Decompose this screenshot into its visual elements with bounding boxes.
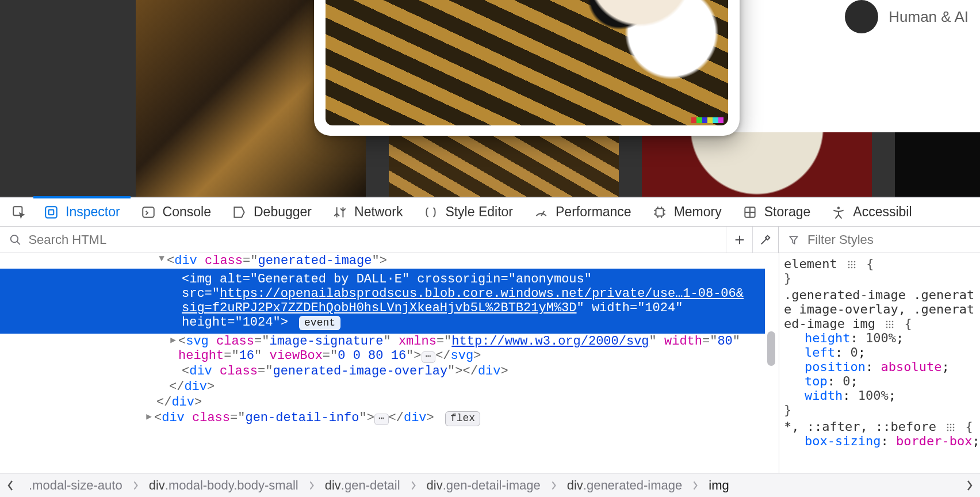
- twisty-closed-icon[interactable]: ▶: [168, 334, 178, 346]
- dom-node[interactable]: </div>: [0, 395, 765, 410]
- tab-label: Performance: [556, 204, 631, 220]
- breadcrumb-item[interactable]: div.modal-body.body-small: [141, 473, 307, 497]
- filter-styles-box: [779, 227, 980, 253]
- css-rule[interactable]: element { }: [784, 257, 975, 285]
- tab-memory[interactable]: Memory: [642, 198, 732, 226]
- console-icon: [141, 205, 156, 220]
- search-icon: [9, 234, 21, 246]
- breadcrumb-prev-button[interactable]: [0, 473, 21, 497]
- accessibility-icon: [831, 205, 846, 220]
- css-rule[interactable]: *, ::after, ::before { box-sizing: borde…: [784, 419, 975, 448]
- styles-pane[interactable]: element { } .generated-image .generate i…: [779, 253, 980, 473]
- css-rule[interactable]: .generated-image .generate image-overlay…: [784, 288, 975, 417]
- breadcrumb-item[interactable]: .modal-size-auto: [21, 473, 131, 497]
- dom-node[interactable]: <div class="generated-image-overlay"></d…: [0, 364, 765, 379]
- avatar[interactable]: [845, 0, 878, 33]
- performance-icon: [534, 205, 549, 220]
- tab-label: Debugger: [254, 204, 312, 220]
- filter-styles-input[interactable]: [806, 232, 980, 248]
- dom-node[interactable]: ▼ <div class="generated-image">: [0, 253, 765, 269]
- inspector-panes: ▼ <div class="generated-image"> <img alt…: [0, 253, 980, 473]
- devtools-panel: Inspector Console Debugger Network Style…: [0, 197, 980, 497]
- tab-label: Storage: [764, 204, 811, 220]
- inspector-search-row: [0, 227, 980, 253]
- network-icon: [332, 205, 347, 220]
- svg-point-7: [11, 235, 18, 242]
- tab-console[interactable]: Console: [131, 198, 221, 226]
- tab-label: Memory: [674, 204, 722, 220]
- event-badge[interactable]: event: [299, 316, 340, 330]
- memory-icon: [652, 205, 667, 220]
- tab-storage[interactable]: Storage: [732, 198, 821, 226]
- eyedropper-button[interactable]: [752, 227, 779, 253]
- svg-rect-1: [45, 207, 57, 218]
- breadcrumb-item[interactable]: div.generated-image: [559, 473, 691, 497]
- dom-node[interactable]: ▶ <svg class="image-signature" xmlns="ht…: [0, 334, 765, 364]
- plus-icon: [733, 234, 746, 246]
- devtools-toolbar: Inspector Console Debugger Network Style…: [0, 198, 980, 227]
- breadcrumb: .modal-size-auto div.modal-body.body-sma…: [0, 473, 980, 497]
- inspector-icon: [44, 205, 59, 220]
- svg-rect-4: [656, 208, 663, 216]
- svg-rect-3: [143, 207, 154, 217]
- tab-network[interactable]: Network: [322, 198, 413, 226]
- avatar-label: Human & AI: [889, 8, 968, 26]
- dom-tree[interactable]: ▼ <div class="generated-image"> <img alt…: [0, 253, 779, 473]
- tab-style-editor[interactable]: Style Editor: [413, 198, 523, 226]
- breadcrumb-item-active[interactable]: img: [700, 473, 737, 497]
- modal-image[interactable]: [326, 0, 728, 125]
- tab-label: Network: [354, 204, 403, 220]
- search-html-input[interactable]: [27, 232, 726, 248]
- ellipsis-badge[interactable]: ⋯: [374, 414, 389, 425]
- tab-inspector[interactable]: Inspector: [33, 198, 131, 226]
- page-content: Human & AI: [0, 0, 980, 197]
- add-node-button[interactable]: [726, 227, 752, 253]
- image-detail-modal: [314, 0, 740, 136]
- tab-accessibility[interactable]: Accessibil: [821, 198, 922, 226]
- flex-badge[interactable]: flex: [445, 411, 480, 426]
- breadcrumb-item[interactable]: div.gen-detail-image: [419, 473, 549, 497]
- tab-performance[interactable]: Performance: [523, 198, 642, 226]
- dom-node[interactable]: ▶ <div class="gen-detail-info">⋯</div> f…: [0, 410, 765, 426]
- drag-handle-icon[interactable]: [885, 320, 894, 329]
- tab-label: Accessibil: [853, 204, 912, 220]
- tab-label: Inspector: [66, 204, 120, 220]
- eyedropper-icon: [759, 234, 772, 246]
- drag-handle-icon[interactable]: [847, 260, 856, 269]
- search-html-box: [0, 227, 726, 253]
- tab-label: Style Editor: [445, 204, 513, 220]
- svg-point-6: [837, 207, 840, 209]
- svg-rect-2: [49, 209, 54, 215]
- filter-icon: [788, 234, 799, 246]
- chevron-right-icon: [966, 480, 974, 491]
- storage-icon: [742, 205, 757, 220]
- breadcrumb-next-button[interactable]: [959, 473, 980, 497]
- twisty-closed-icon[interactable]: ▶: [144, 411, 154, 422]
- debugger-icon: [232, 205, 247, 220]
- dom-node-selected[interactable]: <img alt="Generated by DALL·E" crossorig…: [0, 269, 765, 334]
- twisty-open-icon[interactable]: ▼: [156, 254, 167, 264]
- drag-handle-icon[interactable]: [946, 423, 955, 432]
- breadcrumb-item[interactable]: div.gen-detail: [317, 473, 408, 497]
- chevron-left-icon: [6, 480, 14, 491]
- dom-node[interactable]: </div>: [0, 379, 765, 395]
- tab-label: Console: [163, 204, 211, 220]
- element-picker-button[interactable]: [5, 198, 33, 226]
- ellipsis-badge[interactable]: ⋯: [422, 351, 436, 363]
- scrollbar-thumb[interactable]: [767, 331, 775, 366]
- style-editor-icon: [423, 205, 438, 220]
- tab-debugger[interactable]: Debugger: [221, 198, 322, 226]
